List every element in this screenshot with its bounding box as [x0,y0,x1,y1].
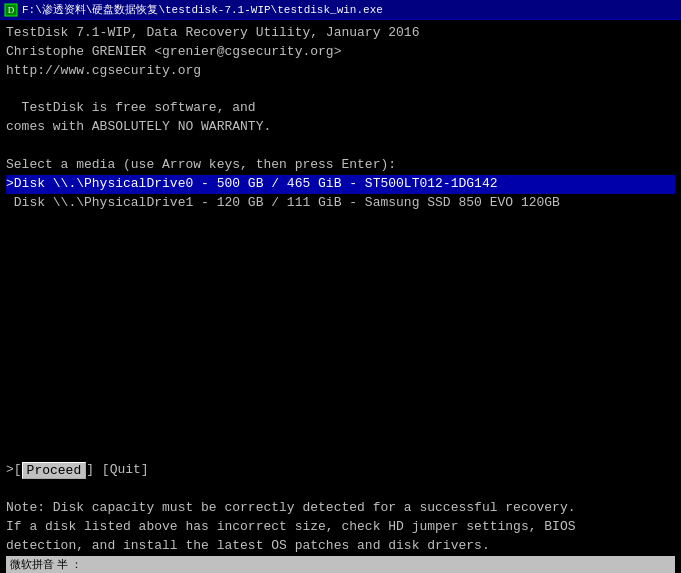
line-6: comes with ABSOLUTELY NO WARRANTY. [6,118,675,137]
note-line-3: detection, and install the latest OS pat… [6,537,675,556]
line-3: http://www.cgsecurity.org [6,62,675,81]
proceed-button[interactable]: Proceed [22,462,87,479]
ime-bar: 微软拼音 半 ： [6,556,675,573]
terminal: TestDisk 7.1-WIP, Data Recovery Utility,… [0,20,681,573]
disk-selected-row[interactable]: >Disk \\.\PhysicalDrive0 - 500 GB / 465 … [6,175,675,194]
line-5: TestDisk is free software, and [6,99,675,118]
quit-label[interactable]: Quit [110,461,141,480]
line-2: Christophe GRENIER <grenier@cgsecurity.o… [6,43,675,62]
button-prefix: >[ [6,461,22,480]
note-line-2: If a disk listed above has incorrect siz… [6,518,675,537]
line-1: TestDisk 7.1-WIP, Data Recovery Utility,… [6,24,675,43]
button-suffix: ] [141,461,149,480]
svg-text:D: D [8,5,15,15]
title-bar-text: F:\渗透资料\硬盘数据恢复\testdisk-7.1-WIP\testdisk… [22,2,383,17]
title-bar-icon: D [4,3,18,17]
button-row: >[Proceed] [ Quit ] [6,461,675,480]
line-select-prompt: Select a media (use Arrow keys, then pre… [6,156,675,175]
button-separator: ] [ [86,461,109,480]
note-line-1: Note: Disk capacity must be correctly de… [6,499,675,518]
title-bar: D F:\渗透资料\硬盘数据恢复\testdisk-7.1-WIP\testdi… [0,0,681,20]
line-7 [6,137,675,156]
line-4 [6,81,675,100]
disk-normal-row[interactable]: Disk \\.\PhysicalDrive1 - 120 GB / 111 G… [6,194,675,213]
